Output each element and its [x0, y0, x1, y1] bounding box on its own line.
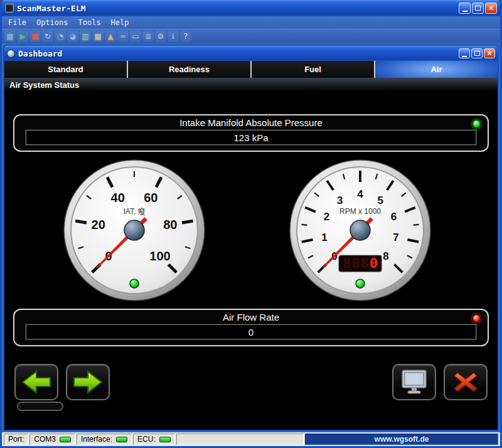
dashboard-maximize-button[interactable] [471, 48, 483, 58]
next-page-button[interactable] [66, 364, 110, 400]
tab-readiness[interactable]: Readiness [127, 61, 250, 78]
menu-help[interactable]: Help [106, 18, 134, 28]
monitor-icon [399, 369, 429, 395]
port-value: COM3 [34, 435, 56, 444]
svg-text:8: 8 [383, 250, 388, 262]
dashboard-window: Dashboard × Standard Readiness Fuel Air … [3, 45, 499, 431]
svg-text:RPM x 1000: RPM x 1000 [339, 207, 381, 216]
mdi-area: Dashboard × Standard Readiness Fuel Air … [2, 43, 500, 432]
clipped-button[interactable] [17, 402, 63, 411]
tab-fuel[interactable]: Fuel [250, 61, 374, 78]
connect-icon[interactable]: ▶ [17, 31, 28, 42]
svg-text:5: 5 [377, 195, 383, 206]
window-title: ScanMaster-ELM [17, 4, 459, 13]
ecu-led [159, 437, 171, 442]
reset-icon[interactable]: ↻ [42, 31, 53, 42]
minimize-button[interactable] [459, 3, 471, 14]
tab-fuel-label: Fuel [304, 65, 321, 74]
dashboard-titlebar[interactable]: Dashboard × [4, 46, 498, 61]
section-title: Air System Status [4, 78, 498, 92]
dashboard-icon[interactable]: ◔ [55, 31, 66, 42]
statusbar: Port: COM3 Interface: ECU: www.wgsoft.de [2, 432, 500, 446]
tab-readiness-label: Readiness [169, 65, 210, 74]
imap-status-led [473, 120, 481, 128]
rpm-gauge: 012345678RPM x 10008880 [288, 158, 432, 302]
svg-text:60: 60 [144, 191, 158, 205]
tab-bar: Standard Readiness Fuel Air [4, 61, 498, 78]
dashboard-content: Intake Manifold Absolute Pressure 123 kP… [4, 92, 498, 430]
menu-options[interactable]: Options [31, 18, 73, 28]
left-arrow-icon [21, 370, 51, 395]
svg-text:7: 7 [393, 232, 398, 243]
interface-led [116, 437, 127, 442]
menubar: File Options Tools Help [2, 16, 500, 29]
svg-text:2: 2 [324, 211, 329, 223]
svg-text:1: 1 [321, 232, 327, 243]
port-cell: COM3 [29, 434, 75, 445]
terminal-icon[interactable]: ▭ [130, 31, 141, 42]
menu-file[interactable]: File [3, 18, 31, 28]
svg-text:20: 20 [92, 218, 105, 232]
display-mode-button[interactable] [392, 364, 436, 400]
tab-standard-label: Standard [48, 65, 83, 74]
tab-standard[interactable]: Standard [4, 61, 127, 78]
maximize-button[interactable] [472, 3, 484, 14]
svg-text:4: 4 [357, 188, 363, 200]
imap-panel-title: Intake Manifold Absolute Pressure [14, 117, 488, 128]
dashboard-minimize-button[interactable] [459, 48, 470, 58]
tab-air-label: Air [430, 65, 442, 74]
dashboard-title: Dashboard [18, 49, 459, 58]
menu-tools[interactable]: Tools [73, 18, 105, 28]
app-chip-icon [5, 4, 14, 13]
disconnect-icon[interactable]: ■ [29, 31, 41, 42]
table-icon[interactable]: ▦ [92, 31, 104, 42]
airflow-panel: Air Flow Rate 0 [13, 309, 489, 346]
dashboard-close-button[interactable]: × [484, 48, 495, 58]
dashboard-window-icon [7, 50, 15, 58]
gauges-icon[interactable]: ◕ [67, 31, 78, 42]
svg-text:6: 6 [391, 211, 397, 223]
toolbar: ▦▶■↻◔◕▥▦▲≈▭≣⚙ℹ? [2, 29, 500, 43]
interface-cell: Interface: [77, 434, 132, 445]
airflow-panel-title: Air Flow Rate [14, 312, 488, 323]
scanmaster-window: ScanMaster-ELM × File Options Tools Help… [0, 0, 502, 448]
chip-icon[interactable]: ▦ [4, 31, 16, 42]
svg-text:IAT, 癈: IAT, 癈 [123, 207, 145, 216]
imap-panel: Intake Manifold Absolute Pressure 123 kP… [13, 114, 489, 152]
statusbar-spacer [176, 434, 304, 445]
svg-text:40: 40 [111, 191, 125, 205]
info-icon[interactable]: ℹ [168, 31, 179, 42]
port-label: Port: [4, 434, 28, 445]
exit-button[interactable] [444, 364, 488, 400]
airflow-value: 0 [26, 324, 476, 339]
ecu-cell: ECU: [133, 434, 175, 445]
svg-text:100: 100 [149, 249, 170, 263]
interface-label: Interface: [81, 435, 112, 444]
log-icon[interactable]: ≣ [142, 31, 154, 42]
svg-text:8880: 8880 [343, 255, 378, 271]
port-led [60, 437, 71, 442]
close-x-icon [451, 369, 481, 395]
website-link[interactable]: www.wgsoft.de [305, 434, 498, 445]
dtc-icon[interactable]: ▲ [105, 31, 116, 42]
airflow-status-led [473, 314, 481, 323]
sensors-icon[interactable]: ≈ [117, 31, 129, 42]
help-icon[interactable]: ? [180, 31, 191, 42]
iat-gauge: 020406080100IAT, 癈 [62, 158, 206, 302]
ecu-label: ECU: [137, 435, 156, 444]
right-arrow-icon [73, 370, 103, 395]
close-button[interactable]: × [485, 3, 497, 14]
svg-text:3: 3 [337, 195, 343, 206]
previous-page-button[interactable] [14, 364, 58, 400]
imap-value: 123 kPa [26, 130, 476, 145]
svg-text:80: 80 [163, 218, 177, 232]
chart-icon[interactable]: ▥ [80, 31, 91, 42]
settings-icon[interactable]: ⚙ [155, 31, 166, 42]
titlebar[interactable]: ScanMaster-ELM × [2, 0, 500, 16]
tab-air[interactable]: Air [374, 61, 498, 78]
